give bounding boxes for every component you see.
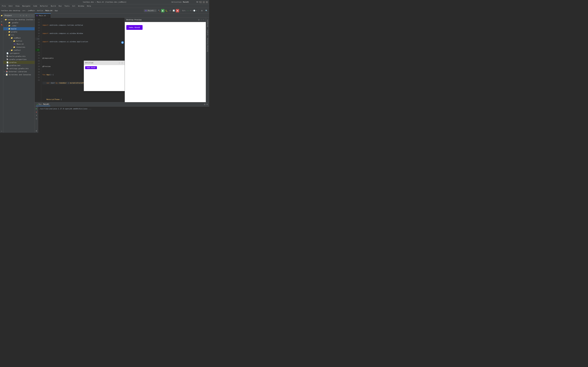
stop-button[interactable]: ■ [176,9,179,12]
tree-item-gradlew-bat[interactable]: 📄 gradlew.bat [3,64,35,67]
sidebar-icon-gradle-panel[interactable]: Gradle [207,28,209,36]
menu-refactor[interactable]: Refactor [39,5,49,7]
tree-item-gitignore[interactable]: 📄 .gitignore [3,52,35,55]
run-stop-button[interactable]: ■ [35,110,38,113]
menu-tools[interactable]: Tools [63,5,71,7]
build-button[interactable]: 🔨 [157,9,161,12]
tree-item-build[interactable]: ▸ 📁 build [3,27,35,30]
run-filter-button[interactable]: ⊞ [35,117,38,120]
sidebar-icon-project[interactable]: 📁 [0,14,3,17]
tree-item-resources[interactable]: ▸ 📁 resources [3,46,35,49]
main-layout: 📁 ✓ ☰ 🔖 ☁ Project ⟳ ⊟ ⚙ ↕ ⋯ ▾ 📁 toolbox.… [0,13,209,133]
close-button[interactable]: ✕ [206,1,208,3]
sort-button[interactable]: ↕ [28,14,30,17]
tree-item-src[interactable]: ▾ 📁 src [3,33,35,36]
breadcrumb-part-5[interactable]: Main.kt [45,10,52,12]
activities-label[interactable]: Activities [172,1,182,3]
tab-close-button[interactable]: ✕ [47,15,49,17]
coverage-button[interactable]: ⏱ [168,9,172,12]
sidebar-icon-structure[interactable]: ☰ [0,20,3,23]
run-scroll-end-button[interactable]: ⬇ [35,114,38,117]
sidebar-icon-commit[interactable]: ✓ [0,17,3,20]
breadcrumb: toolbox.dev-desktop › src › jvmMain › ko… [1,10,58,12]
settings-button[interactable]: ⚙ [200,9,204,13]
menu-help[interactable]: Help [86,5,92,7]
run-panel-settings-button[interactable]: ⚙ [204,103,206,106]
run-rerun-button[interactable]: ▶ [35,107,38,110]
menu-bar: File Edit View Navigate Code Refactor Bu… [0,4,209,8]
preview-settings-button[interactable]: ⚙ [198,19,200,21]
float-window-title: Untitled [85,62,93,64]
run-trash-button[interactable]: 🗑 [35,129,38,132]
project-panel: Project ⟳ ⊟ ⚙ ↕ ⋯ ▾ 📁 toolbox.dev-deskto… [3,13,35,133]
sidebar-icon-database[interactable]: Database [207,18,209,28]
tree-item-root[interactable]: ▾ 📁 toolbox.dev-desktop [toolbox-dev-des… [3,18,35,21]
git-check2-icon[interactable]: ✓ [189,10,190,12]
maximize-button[interactable]: □ [203,1,205,3]
tree-item-jvmmain[interactable]: ▾ 📁 jvmMain [3,36,35,40]
breadcrumb-part-4[interactable]: kotlin [37,10,43,12]
sync-button[interactable]: ⟳ [19,14,22,17]
minimize-button[interactable]: ─ [200,1,202,3]
menu-build[interactable]: Build [50,5,57,7]
git-check-icon[interactable]: ✓ [187,10,188,12]
main-toolbar: toolbox.dev-desktop › src › jvmMain › ko… [0,8,209,13]
tree-item-idea[interactable]: ▸ 📁 .idea [3,24,35,27]
sidebar-icon-bookmarks[interactable]: 🔖 [0,23,3,26]
breadcrumb-part-6[interactable]: App [55,10,58,12]
menu-view[interactable]: View [14,5,21,7]
menu-file[interactable]: File [1,5,7,7]
menu-navigate[interactable]: Navigate [21,5,32,7]
preview-collapse-button[interactable]: ─ [201,19,202,21]
float-maximize-button[interactable]: □ [121,62,123,64]
run-config-selector[interactable]: Kt MainKt ▾ [144,9,157,12]
tree-item-mainkt[interactable]: Kt Main.kt [3,42,35,46]
menu-run[interactable]: Run [57,5,63,7]
float-close-button[interactable]: ✕ [124,62,125,64]
menu-code[interactable]: Code [32,5,38,7]
sidebar-icon-desktop-preview[interactable]: Desktop Preview [207,37,209,53]
menu-window[interactable]: Window [77,5,86,7]
menu-edit[interactable]: Edit [8,5,14,7]
tree-item-settings-gradle[interactable]: 🐘 settings.gradle.kts [3,67,35,70]
debug-button[interactable]: 🐛 [165,9,168,12]
run-button[interactable]: ▶ [161,9,164,12]
breadcrumb-part-2[interactable]: src [22,10,26,12]
tree-item-gradle-hidden[interactable]: ▸ 📁 .gradle [3,21,35,24]
tree-item-gradle-properties[interactable]: 🐘 gradle.properties [3,58,35,61]
float-window-controls: ─ □ ✕ [118,62,125,64]
tree-item-scratches[interactable]: ▸ 📝 Scratches and Consoles [3,73,35,76]
git-push-icon[interactable]: ⬆ [192,10,193,12]
git-update-icon[interactable]: ⬇ [190,10,191,12]
run-tab-run[interactable]: ▶ Run: MainKt [36,103,50,106]
collapse-all-button[interactable]: ⊟ [22,14,25,17]
float-minimize-button[interactable]: ─ [118,62,121,64]
line-numbers: 11121314 151617 18 192021 22 2324252627 … [35,18,41,102]
tree-item-jvmtest[interactable]: ▸ 📁 jvmTest [3,49,35,52]
tab-mainkt[interactable]: Kt Main.kt ✕ [35,13,51,18]
profile-button[interactable]: 📊 [172,9,175,12]
tree-item-kotlin[interactable]: ▾ 📁 kotlin [3,40,35,42]
tree-item-gradle[interactable]: ▸ 📁 gradle [3,30,35,33]
tree-item-gradlew[interactable]: 📄 gradlew [3,61,35,64]
hello-world-preview-button[interactable]: Hello, World! [126,25,143,30]
editor-preview-area: 11121314 151617 18 192021 22 2324252627 … [35,18,209,102]
app-label[interactable]: MainKt [183,1,189,3]
git-revert-icon[interactable]: ↩ [196,10,197,12]
more-options-button[interactable]: ⋯ [31,14,33,17]
breadcrumb-part-1[interactable]: toolbox.dev-desktop [1,10,20,12]
settings-gear-button[interactable]: ⚙ [25,14,27,17]
search-everywhere-button[interactable]: 🔍 [205,9,208,13]
float-hello-button[interactable]: Hello, World! [85,66,97,69]
sidebar-icon-aws[interactable]: ☁ [0,129,3,132]
run-panel-close-button[interactable]: ✕ [206,103,208,106]
git-history-icon[interactable]: 🕐 [193,10,195,12]
tree-item-ext-libs[interactable]: ▸ 📚 External Libraries [3,70,35,73]
floating-app-window[interactable]: Untitled ─ □ ✕ Hello, World! [84,60,125,91]
float-window-content: Hello, World! [84,65,125,91]
tree-item-build-gradle[interactable]: 🐘 build.gradle.kts [3,55,35,58]
run-gutter-button[interactable]: ▶ [121,41,124,44]
window-controls[interactable]: ─ □ ✕ [200,1,208,3]
breadcrumb-part-3[interactable]: jvmMain [28,10,35,12]
menu-git[interactable]: Git [71,5,77,7]
